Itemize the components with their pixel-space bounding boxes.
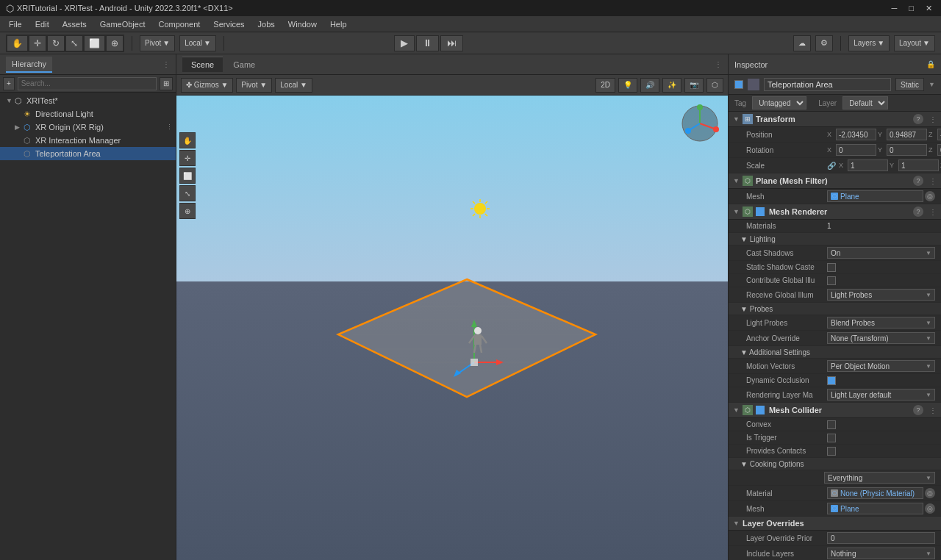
hand-tool[interactable]: ✋	[7, 35, 28, 51]
object-enabled-checkbox[interactable]	[734, 80, 743, 89]
scene-camera-btn[interactable]: 📷	[684, 78, 704, 93]
menu-assets[interactable]: Assets	[57, 18, 93, 30]
menu-jobs[interactable]: Jobs	[252, 18, 281, 30]
layout-button[interactable]: Layout ▼	[894, 35, 935, 51]
play-button[interactable]: ▶	[394, 35, 415, 51]
cooking-dropdown[interactable]: Everything ▼	[824, 472, 935, 484]
scene-tool-box[interactable]: ⬜	[179, 168, 196, 184]
convex-checkbox[interactable]	[827, 420, 836, 429]
rotation-y-field[interactable]	[887, 144, 927, 156]
static-button[interactable]: Static	[895, 78, 924, 91]
hierarchy-item-xritest[interactable]: ▼ ⬡ XRITest*	[0, 94, 176, 107]
cast-shadows-dropdown[interactable]: On ▼	[827, 247, 935, 259]
scene-tool-crosshair[interactable]: ✛	[179, 150, 196, 166]
pivot-button[interactable]: Pivot ▼	[140, 35, 175, 51]
settings-button[interactable]: ⚙	[815, 35, 833, 51]
position-x-field[interactable]	[836, 129, 876, 140]
rendering-layer-dropdown[interactable]: Light Layer default ▼	[827, 389, 935, 401]
tab-hierarchy[interactable]: Hierarchy	[6, 57, 52, 73]
pause-button[interactable]: ⏸	[416, 35, 439, 51]
mesh-filter-info[interactable]: ?	[913, 176, 923, 186]
hierarchy-menu-icon[interactable]: ⋮	[162, 60, 170, 68]
move-tool[interactable]: ✛	[29, 35, 46, 51]
menu-services[interactable]: Services	[207, 18, 250, 30]
inspector-lock-icon[interactable]: 🔒	[926, 60, 935, 68]
layer-override-priority-field[interactable]	[827, 532, 935, 544]
tag-dropdown[interactable]: Untagged	[752, 96, 806, 110]
scene-gizmos-btn[interactable]: ✤ Gizmos ▼	[181, 78, 233, 93]
menu-help[interactable]: Help	[324, 18, 353, 30]
scale-y-field[interactable]	[898, 159, 939, 171]
section-mesh-filter[interactable]: ▼ ⬡ Plane (Mesh Filter) ? ⋮	[729, 173, 941, 189]
hierarchy-filter-button[interactable]: ⊞	[160, 77, 173, 90]
scene-tool-resize[interactable]: ⤡	[179, 185, 196, 201]
menu-gameobject[interactable]: GameObject	[94, 18, 151, 30]
light-probes-dropdown[interactable]: Blend Probes ▼	[827, 317, 935, 329]
hierarchy-item-directional-light[interactable]: ☀ Directional Light	[0, 107, 176, 121]
include-layers-dropdown[interactable]: Nothing ▼	[827, 548, 935, 559]
step-button[interactable]: ⏭	[440, 35, 463, 51]
static-shadow-checkbox[interactable]	[827, 263, 836, 272]
global-illum-checkbox[interactable]	[827, 276, 836, 285]
scene-light-btn[interactable]: 💡	[618, 78, 637, 93]
menu-edit[interactable]: Edit	[29, 18, 55, 30]
tab-scene[interactable]: Scene	[182, 57, 223, 72]
scale-x-field[interactable]	[848, 159, 888, 171]
mesh-renderer-info[interactable]: ?	[913, 207, 923, 217]
scene-view[interactable]: ✋ ✛ ⬜ ⤡ ⊕	[176, 96, 728, 560]
object-name-field[interactable]	[764, 78, 891, 91]
rotate-tool[interactable]: ↻	[47, 35, 65, 51]
mesh-value[interactable]: ⬡ Plane	[827, 190, 923, 202]
mesh-collider-info[interactable]: ?	[913, 405, 923, 415]
position-z-field[interactable]	[937, 129, 941, 140]
layers-button[interactable]: Layers ▼	[848, 35, 890, 51]
hierarchy-item-xrorigin[interactable]: ▶ ⬡ XR Origin (XR Rig) ⋮	[0, 121, 176, 134]
scene-tool-hand[interactable]: ✋	[179, 132, 196, 148]
rotation-x-field[interactable]	[836, 144, 876, 156]
dynamic-occlusion-checkbox[interactable]	[827, 376, 836, 385]
scene-audio-btn[interactable]: 🔊	[640, 78, 659, 93]
menu-component[interactable]: Component	[152, 18, 206, 30]
motion-vectors-dropdown[interactable]: Per Object Motion ▼	[827, 360, 935, 372]
section-layer-overrides[interactable]: ▼ Layer Overrides	[729, 517, 941, 531]
hierarchy-item-xrmanager[interactable]: ⬡ XR Interaction Manager	[0, 134, 176, 147]
collider-material-value[interactable]: ⬡ None (Physic Material)	[827, 487, 923, 499]
anchor-override-dropdown[interactable]: None (Transform) ▼	[827, 332, 935, 344]
mesh-filter-options[interactable]: ⋮	[929, 177, 937, 185]
section-mesh-renderer[interactable]: ▼ ⬡ Mesh Renderer ? ⋮	[729, 204, 941, 220]
material-select-icon[interactable]: ◎	[925, 488, 935, 498]
local-button[interactable]: Local ▼	[179, 35, 216, 51]
rect-tool[interactable]: ⬜	[84, 35, 105, 51]
transform-info-icon[interactable]: ?	[913, 114, 923, 124]
window-controls[interactable]: ─ □ ✕	[889, 4, 935, 13]
scale-tool[interactable]: ⤡	[65, 35, 83, 51]
tab-game[interactable]: Game	[224, 57, 264, 72]
position-y-field[interactable]	[887, 129, 927, 140]
hierarchy-item-teleportation-area[interactable]: ⬡ Teleportation Area	[0, 147, 176, 160]
transform-options-icon[interactable]: ⋮	[929, 115, 937, 123]
provides-contacts-checkbox[interactable]	[827, 447, 836, 456]
scene-menu-icon[interactable]: ⋮	[715, 60, 722, 68]
hierarchy-search-input[interactable]	[18, 77, 157, 90]
cooking-options-subheader[interactable]: ▼ Cooking Options	[729, 458, 941, 470]
collider-mesh-select[interactable]: ◎	[925, 503, 935, 514]
scene-2d-btn[interactable]: 2D	[595, 78, 615, 93]
scene-pivot-btn[interactable]: Pivot ▼	[236, 78, 272, 93]
layer-dropdown[interactable]: Default	[842, 96, 888, 110]
mesh-renderer-check[interactable]	[756, 207, 765, 216]
transform-tool[interactable]: ⊕	[106, 35, 124, 51]
collider-mesh-value[interactable]: ⬡ Plane	[827, 503, 923, 514]
mesh-collider-options[interactable]: ⋮	[929, 406, 937, 414]
probes-subheader[interactable]: ▼ Probes	[729, 303, 941, 315]
is-trigger-checkbox[interactable]	[827, 434, 836, 442]
close-button[interactable]: ✕	[923, 4, 935, 13]
scene-render-btn[interactable]: ⬡	[706, 78, 723, 93]
scene-tool-center[interactable]: ⊕	[179, 203, 196, 219]
section-transform[interactable]: ▼ ⊞ Transform ? ⋮	[729, 112, 941, 127]
minimize-button[interactable]: ─	[889, 4, 901, 13]
receive-global-dropdown[interactable]: Light Probes ▼	[827, 289, 935, 301]
section-mesh-collider[interactable]: ▼ ⬡ Mesh Collider ? ⋮	[729, 403, 941, 418]
mesh-select-icon[interactable]: ◎	[925, 191, 935, 201]
mesh-collider-check[interactable]	[756, 406, 765, 414]
scene-fx-btn[interactable]: ✨	[662, 78, 681, 93]
